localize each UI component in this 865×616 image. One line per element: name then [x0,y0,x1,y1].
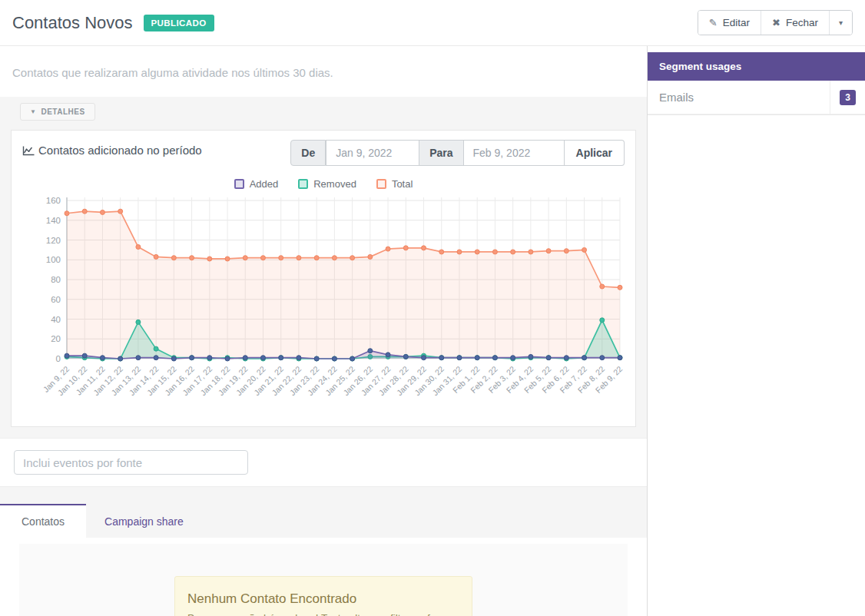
line-chart-icon [22,146,35,156]
removed-swatch-icon [298,179,308,189]
svg-text:80: 80 [51,275,61,284]
svg-text:100: 100 [46,255,61,264]
x-icon: ✖ [772,18,780,28]
svg-text:0: 0 [56,354,61,363]
no-contacts-title: Nenhum Contato Encontrado [187,591,459,607]
legend-item-removed: Removed [298,178,356,190]
header-actions: ✎ Editar ✖ Fechar ▾ [698,10,853,35]
caret-down-icon: ▼ [30,108,36,115]
contacts-panel: Nenhum Contato Encontrado Parece que não… [19,544,628,616]
details-toggle-button[interactable]: ▼ DETALHES [20,103,95,121]
usage-count-cell: 3 [830,81,865,114]
chart-title: Contatos adicionado no período [22,140,207,158]
date-from-label: De [290,140,326,166]
date-to-label: Para [419,140,462,166]
usage-count-badge: 3 [840,90,856,105]
legend-label-added: Added [250,178,279,190]
usage-row-emails[interactable]: Emails 3 [648,81,865,114]
chart-legend: Added Removed Total [22,178,625,190]
right-sidebar: Segment usages Emails 3 [648,46,865,616]
segment-description-block: Contatos que realizaram alguma atividade… [0,46,647,97]
no-contacts-alert: Nenhum Contato Encontrado Parece que não… [174,576,472,616]
chart-title-text: Contatos adicionado no período [38,144,202,157]
close-button[interactable]: ✖ Fechar [761,11,829,35]
chart-card: Contatos adicionado no período De Para A… [11,130,636,427]
page-title: Contatos Novos [12,13,133,33]
added-swatch-icon [234,179,244,189]
tab-campaign-share[interactable]: Campaign share [86,505,202,538]
event-source-filter-input[interactable] [14,450,248,475]
tabs: Contatos Campaign share [0,487,647,538]
edit-button[interactable]: ✎ Editar [698,11,761,35]
segment-usages-header: Segment usages [648,52,865,81]
apply-button[interactable]: Aplicar [565,140,625,166]
edit-button-label: Editar [723,17,750,28]
date-range-toolbar: De Para Aplicar [290,140,625,166]
details-row: ▼ DETALHES [0,97,647,130]
status-badge: PUBLICADO [144,15,214,31]
close-button-label: Fechar [786,17,818,28]
legend-label-total: Total [392,178,413,190]
usage-row-label: Emails [648,81,830,114]
segment-usages-panel: Segment usages Emails 3 [648,52,865,115]
svg-text:160: 160 [46,196,61,205]
no-contacts-message: Parece que não há nenhum! Tente alterar … [187,612,459,616]
filter-block [0,438,647,487]
main-column: Contatos que realizaram alguma atividade… [0,46,648,616]
svg-text:120: 120 [46,236,61,245]
svg-text:20: 20 [51,334,61,343]
details-toggle-label: DETALHES [41,108,85,116]
legend-item-total: Total [376,178,413,190]
tab-content: Nenhum Contato Encontrado Parece que não… [0,538,647,616]
page-header: Contatos Novos PUBLICADO ✎ Editar ✖ Fech… [0,0,865,46]
svg-text:60: 60 [51,295,61,304]
line-chart: 020406080100120140160Jan 9, 22Jan 10, 22… [22,193,625,422]
legend-label-removed: Removed [313,178,356,190]
svg-text:140: 140 [46,216,61,225]
tab-contatos[interactable]: Contatos [0,504,86,538]
date-from-input[interactable] [326,140,419,166]
more-actions-button[interactable]: ▾ [829,11,852,35]
segment-description: Contatos que realizaram alguma atividade… [12,66,333,79]
total-swatch-icon [376,179,386,189]
legend-item-added: Added [234,178,279,190]
date-to-input[interactable] [463,140,565,166]
svg-text:40: 40 [51,315,61,324]
caret-down-icon: ▾ [839,18,843,27]
pencil-square-icon: ✎ [709,18,718,28]
